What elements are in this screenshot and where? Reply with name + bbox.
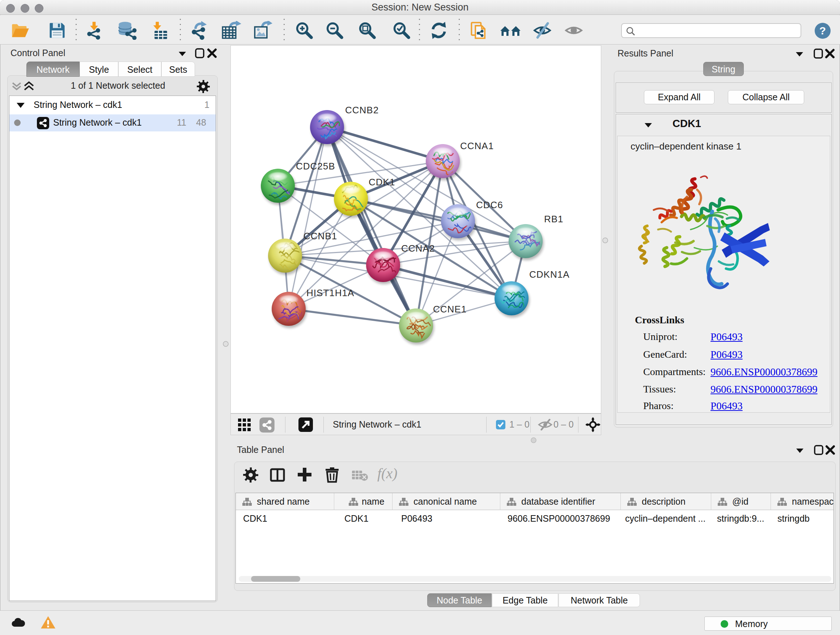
- svg-text:?: ?: [819, 25, 826, 36]
